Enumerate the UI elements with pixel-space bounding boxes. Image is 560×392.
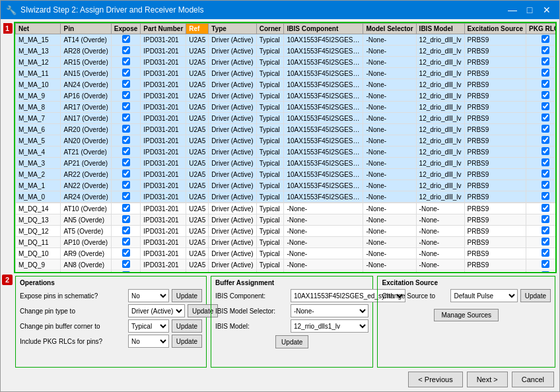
next-button[interactable]: Next >	[467, 372, 508, 387]
pkgrlc-checkbox[interactable]	[542, 46, 549, 54]
pkgrlc-checkbox[interactable]	[542, 136, 549, 144]
buf-select-ibismodel[interactable]: 12_rrio_dlls1_lv	[291, 319, 368, 333]
expose-checkbox[interactable]	[122, 192, 130, 200]
op-update-btn-0[interactable]: Update	[172, 289, 202, 302]
pkgrlc-checkbox[interactable]	[542, 226, 549, 234]
pkgrlc-checkbox[interactable]	[542, 181, 549, 189]
expose-checkbox[interactable]	[122, 125, 130, 133]
pkgrlc-checkbox[interactable]	[542, 192, 549, 200]
buf-update-btn[interactable]: Update	[275, 335, 308, 348]
pkgrlc-checkbox[interactable]	[542, 69, 549, 77]
op-select-0[interactable]: NoYes	[128, 289, 169, 302]
table-row[interactable]: M_MA_12AR15 (Overde)IPD031-201U2A5Driver…	[16, 57, 557, 68]
table-row[interactable]: M_DQ_13AN5 (Overde)IPD031-201U2A5Driver …	[16, 214, 557, 226]
expose-checkbox[interactable]	[122, 35, 130, 43]
pkgrlc-checkbox[interactable]	[542, 215, 549, 223]
col-pkgrlc[interactable]: PKG RLCs	[526, 24, 557, 34]
expose-checkbox[interactable]	[122, 260, 130, 268]
pkgrlc-checkbox[interactable]	[542, 238, 549, 245]
pkgrlc-checkbox[interactable]	[542, 170, 549, 178]
table-row[interactable]: M_MA_3AP21 (Overde)IPD031-201U2A5Driver …	[16, 158, 557, 169]
col-corner[interactable]: Corner	[256, 24, 284, 34]
badge-2-container: 2	[2, 275, 13, 285]
table-row[interactable]: M_DQ_10AR9 (Overde)IPD031-201U2A5Driver …	[16, 248, 557, 259]
op-select-2[interactable]: TypicalFastSlow	[128, 319, 169, 333]
pkgrlc-checkbox[interactable]	[542, 147, 549, 155]
table-cell: 10AX1553F45I2SGES_ed...	[284, 169, 363, 180]
expose-checkbox[interactable]	[122, 170, 130, 178]
table-row[interactable]: M_DQ_14AT10 (Overde)IPD031-201U2A5Driver…	[16, 203, 557, 214]
cancel-button[interactable]: Cancel	[512, 372, 554, 387]
expose-checkbox[interactable]	[122, 114, 130, 121]
table-row[interactable]: M_MA_1AN22 (Overde)IPD031-201U2A5Driver …	[16, 180, 557, 191]
table-row[interactable]: M_MA_4AT21 (Overde)IPD031-201U2A5Driver …	[16, 147, 557, 158]
col-partnumber[interactable]: Part Number	[141, 24, 186, 34]
table-row[interactable]: M_DQ_12AT5 (Overde)IPD031-201U2A5Driver …	[16, 226, 557, 237]
col-pin[interactable]: Pin	[61, 24, 111, 34]
table-cell	[111, 102, 141, 113]
expose-checkbox[interactable]	[122, 91, 130, 99]
pkgrlc-checkbox[interactable]	[542, 91, 549, 99]
col-modelselector[interactable]: Model Selector	[363, 24, 416, 34]
expose-checkbox[interactable]	[122, 136, 130, 144]
pkgrlc-checkbox[interactable]	[542, 158, 549, 166]
op-update-btn-2[interactable]: Update	[172, 319, 202, 333]
pkgrlc-checkbox[interactable]	[542, 114, 549, 121]
table-row[interactable]: M_MA_11AN15 (Overde)IPD031-201U2A5Driver…	[16, 68, 557, 79]
expose-checkbox[interactable]	[122, 226, 130, 234]
op-update-btn-3[interactable]: Update	[172, 335, 202, 348]
table-row[interactable]: M_MA_2AR22 (Overde)IPD031-201U2A5Driver …	[16, 169, 557, 180]
pkgrlc-checkbox[interactable]	[542, 35, 549, 43]
table-row[interactable]: M_DQ_11AP10 (Overde)IPD031-201U2A5Driver…	[16, 237, 557, 248]
table-cell	[111, 57, 141, 68]
pkgrlc-checkbox[interactable]	[542, 260, 549, 268]
expose-checkbox[interactable]	[122, 80, 130, 88]
expose-checkbox[interactable]	[122, 57, 130, 65]
pkgrlc-checkbox[interactable]	[542, 102, 549, 110]
table-row[interactable]: M_MA_9AP16 (Overde)IPD031-201U2A5Driver …	[16, 90, 557, 102]
expose-checkbox[interactable]	[122, 215, 130, 223]
exc-update-btn[interactable]: Update	[520, 289, 551, 302]
pkgrlc-checkbox[interactable]	[542, 125, 549, 133]
col-ibismodel[interactable]: IBIS Model	[416, 24, 464, 34]
expose-checkbox[interactable]	[122, 249, 130, 257]
table-row[interactable]: M_MA_5AN20 (Overde)IPD031-201U2A5Driver …	[16, 135, 557, 147]
col-net[interactable]: Net	[16, 24, 61, 34]
col-type[interactable]: Type	[209, 24, 256, 34]
col-excitation[interactable]: Excitation Source	[464, 24, 526, 34]
col-ibiscomp[interactable]: IBIS Component	[284, 24, 363, 34]
expose-checkbox[interactable]	[122, 46, 130, 54]
expose-checkbox[interactable]	[122, 158, 130, 166]
expose-checkbox[interactable]	[122, 238, 130, 245]
minimize-button[interactable]: —	[505, 3, 520, 16]
manage-sources-btn[interactable]: Manage Sources	[434, 309, 499, 321]
expose-checkbox[interactable]	[122, 204, 130, 212]
op-select-1[interactable]: Driver (Active)Receiver	[128, 304, 185, 317]
table-row[interactable]: M_MA_8AR17 (Overde)IPD031-201U2A5Driver …	[16, 102, 557, 113]
table-row[interactable]: M_MA_10AN24 (Overde)IPD031-201U2A5Driver…	[16, 79, 557, 90]
expose-checkbox[interactable]	[122, 102, 130, 110]
col-expose[interactable]: Expose	[111, 24, 141, 34]
exc-select-0[interactable]: Default Pulse	[450, 289, 517, 302]
table-row[interactable]: M_MA_15AT14 (Overde)IPD031-201U2A5Driver…	[16, 34, 557, 46]
table-row[interactable]: M_MA_6AR20 (Overde)IPD031-201U2A5Driver …	[16, 124, 557, 135]
prev-button[interactable]: < Previous	[408, 372, 462, 387]
expose-checkbox[interactable]	[122, 181, 130, 189]
table-row[interactable]: M_MA_0AR24 (Overde)IPD031-201U2A5Driver …	[16, 191, 557, 203]
pkgrlc-checkbox[interactable]	[542, 249, 549, 257]
pkgrlc-checkbox[interactable]	[542, 204, 549, 212]
buf-select-modelselector[interactable]: -None-	[291, 304, 368, 317]
col-ref[interactable]: Ref	[186, 24, 209, 34]
close-button[interactable]: ✕	[540, 3, 554, 16]
op-select-3[interactable]: NoYes	[128, 335, 169, 348]
table-cell: AR28 (Overde)	[61, 46, 111, 57]
expose-checkbox[interactable]	[122, 147, 130, 155]
table-row[interactable]: M_DQ_9AN8 (Overde)IPD031-201U2A5Driver (…	[16, 259, 557, 271]
maximize-button[interactable]: □	[522, 3, 537, 16]
table-row[interactable]: M_MA_13AR28 (Overde)IPD031-201U2A5Driver…	[16, 46, 557, 57]
data-table-container[interactable]: Net Pin Expose Part Number Ref Type Corn…	[14, 22, 557, 273]
pkgrlc-checkbox[interactable]	[542, 57, 549, 65]
expose-checkbox[interactable]	[122, 69, 130, 77]
table-row[interactable]: M_MA_7AN17 (Overde)IPD031-201U2A5Driver …	[16, 113, 557, 124]
pkgrlc-checkbox[interactable]	[542, 80, 549, 88]
